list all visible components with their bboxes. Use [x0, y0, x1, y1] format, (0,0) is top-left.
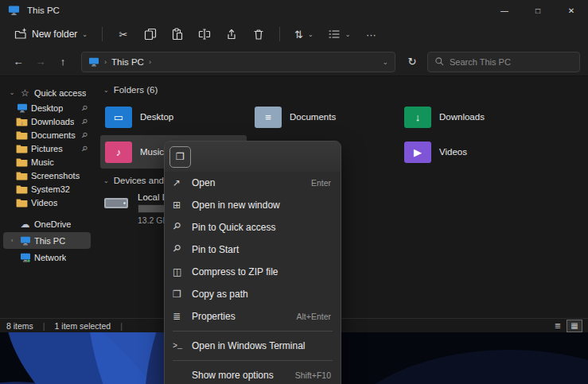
sidebar-item-downloads[interactable]: ↓ Downloads ⚲	[3, 114, 91, 128]
rename-button[interactable]	[192, 23, 217, 45]
menu-item-compress-to-zip[interactable]: ◫ Compress to ZIP file	[165, 261, 341, 283]
paste-icon	[171, 28, 184, 41]
up-button[interactable]: ↑	[53, 52, 73, 72]
titlebar: This PC — □ ✕	[0, 0, 588, 21]
chevron-right-icon[interactable]: ›	[149, 58, 151, 66]
delete-button[interactable]	[246, 23, 271, 45]
chevron-down-icon: ⌄	[345, 31, 351, 38]
menu-item-open[interactable]: ↗ Open Enter	[165, 172, 341, 194]
music-folder-icon: ♪	[105, 142, 132, 163]
pin-icon: ⚲	[170, 242, 186, 258]
address-dropdown-icon[interactable]: ⌄	[382, 58, 388, 66]
pin-icon: ⚲	[80, 144, 90, 153]
menu-item-properties[interactable]: ≣ Properties Alt+Enter	[165, 305, 341, 328]
sort-button[interactable]: ⇅ ⌄	[288, 23, 320, 45]
folder-icon	[16, 142, 28, 154]
expander-chevron-icon[interactable]: ›	[8, 237, 16, 244]
close-button[interactable]: ✕	[555, 0, 588, 21]
details-view-icon[interactable]: ≣	[551, 320, 565, 332]
forward-button[interactable]: →	[30, 52, 51, 72]
folder-tile-documents[interactable]: ≡ Documents	[250, 100, 396, 134]
toolbar-separator	[102, 27, 103, 41]
new-folder-button[interactable]: New folder ⌄	[8, 23, 94, 45]
chevron-down-icon: ⌄	[103, 177, 109, 184]
this-pc-app-icon	[8, 5, 21, 16]
delete-icon	[252, 28, 265, 41]
sidebar-item-quick-access[interactable]: ⌄ ☆ Quick access	[3, 84, 91, 101]
breadcrumb[interactable]: › This PC › ⌄	[81, 52, 395, 72]
chevron-down-icon: ⌄	[103, 87, 109, 94]
context-menu: ❐ ↗ Open Enter ⊞ Open in new window ⚲ Pi…	[164, 141, 341, 384]
refresh-button[interactable]: ↻	[402, 52, 423, 72]
chevron-down-icon: ⌄	[82, 31, 88, 38]
sidebar-item-network[interactable]: Network	[3, 249, 91, 266]
minimize-button[interactable]: —	[488, 0, 521, 21]
navigation-pane: ⌄ ☆ Quick access Desktop ⚲ ↓ Downloads ⚲	[0, 76, 94, 318]
sort-icon: ⇅	[294, 29, 303, 40]
this-pc-location-icon	[88, 57, 99, 67]
sidebar-item-screenshots[interactable]: Screenshots	[3, 169, 91, 182]
address-bar: ← → ↑ › This PC › ⌄ ↻	[0, 48, 588, 76]
cloud-icon: ☁	[19, 218, 31, 230]
share-icon	[225, 28, 238, 41]
menu-item-open-in-windows-terminal[interactable]: >_ Open in Windows Terminal	[165, 335, 341, 357]
new-folder-icon	[14, 28, 27, 41]
monitor-icon	[19, 235, 31, 246]
sidebar-item-onedrive[interactable]: ☁ OneDrive	[3, 215, 91, 232]
svg-text:↓: ↓	[21, 119, 24, 126]
folder-tile-desktop[interactable]: ▭ Desktop	[100, 100, 247, 134]
sidebar-item-documents[interactable]: Documents ⚲	[3, 128, 91, 142]
menu-item-open-in-new-window[interactable]: ⊞ Open in new window	[165, 194, 341, 216]
folder-tile-videos[interactable]: ▶ Videos	[399, 135, 546, 169]
pin-icon: ⚲	[80, 130, 90, 140]
sidebar-item-pictures[interactable]: Pictures ⚲	[3, 142, 91, 155]
sidebar-item-music[interactable]: Music	[3, 155, 91, 169]
folders-section-header[interactable]: ⌄ Folders (6)	[99, 83, 588, 97]
toolbar-separator	[279, 27, 280, 41]
menu-item-pin-to-start[interactable]: ⚲ Pin to Start	[165, 239, 341, 261]
search-box[interactable]	[427, 52, 580, 72]
menu-item-copy-as-path[interactable]: ❐ Copy as path	[165, 283, 341, 305]
zip-icon: ◫	[173, 266, 192, 277]
thumbnails-view-icon[interactable]: ▦	[567, 320, 582, 332]
item-count: 8 items	[6, 321, 33, 331]
copy-icon[interactable]: ❐	[169, 146, 191, 168]
copy-button[interactable]	[138, 23, 163, 45]
properties-icon: ≣	[173, 311, 192, 322]
downloads-folder-icon: ↓	[16, 115, 28, 127]
window-title: This PC	[27, 6, 60, 15]
expander-chevron-icon[interactable]: ⌄	[8, 89, 16, 96]
maximize-button[interactable]: □	[521, 0, 555, 21]
copy-path-icon: ❐	[173, 289, 192, 300]
paste-button[interactable]	[165, 23, 190, 45]
desktop-folder-icon: ▭	[105, 107, 132, 128]
menu-item-pin-to-quick-access[interactable]: ⚲ Pin to Quick access	[165, 216, 341, 239]
more-options-button[interactable]: ···	[358, 23, 384, 45]
videos-folder-icon: ▶	[404, 142, 431, 163]
sidebar-item-this-pc[interactable]: › This PC	[3, 232, 91, 249]
breadcrumb-segment-this-pc[interactable]: This PC	[111, 57, 144, 67]
network-icon	[19, 251, 31, 263]
cut-icon: ✂	[119, 29, 128, 40]
sidebar-item-desktop[interactable]: Desktop ⚲	[3, 101, 91, 114]
menu-separator	[173, 331, 333, 332]
documents-folder-icon: ≡	[255, 107, 282, 128]
view-toggles: ≣ ▦	[551, 320, 582, 332]
menu-item-show-more-options[interactable]: Show more options Shift+F10	[165, 364, 341, 384]
sidebar-item-videos[interactable]: Videos	[3, 196, 91, 209]
terminal-icon: >_	[173, 342, 192, 351]
folder-tile-downloads[interactable]: ↓ Downloads	[399, 100, 546, 134]
cut-button[interactable]: ✂	[111, 23, 136, 45]
selection-count: 1 item selected	[55, 321, 111, 331]
pin-icon: ⚲	[80, 103, 90, 113]
back-button[interactable]: ←	[8, 52, 29, 72]
new-folder-label: New folder	[32, 29, 77, 40]
search-input[interactable]	[450, 57, 573, 67]
view-button[interactable]: ⌄	[321, 23, 357, 45]
share-button[interactable]	[219, 23, 244, 45]
open-icon: ↗	[173, 177, 192, 188]
window-controls: — □ ✕	[488, 0, 588, 21]
chevron-right-icon: ›	[104, 58, 107, 66]
pin-icon: ⚲	[80, 117, 90, 126]
sidebar-item-system32[interactable]: System32	[3, 182, 91, 196]
